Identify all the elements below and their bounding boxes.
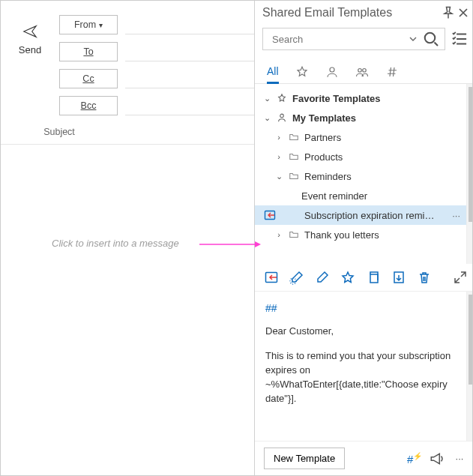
- search-input[interactable]: [271, 33, 404, 46]
- tab-hash[interactable]: [385, 61, 399, 83]
- tree-my-templates[interactable]: ⌄ My Templates: [255, 108, 466, 127]
- svg-point-3: [330, 67, 334, 72]
- chevron-down-icon[interactable]: [404, 30, 422, 48]
- to-button[interactable]: To: [59, 42, 118, 61]
- callout-arrow: [199, 244, 261, 245]
- tab-all[interactable]: All: [267, 61, 279, 84]
- close-icon[interactable]: [456, 5, 471, 20]
- more-icon[interactable]: ···: [451, 451, 468, 467]
- pin-icon[interactable]: [441, 5, 456, 20]
- tree-event-reminder[interactable]: Event reminder: [255, 186, 466, 205]
- tree-favorite-templates[interactable]: ⌄ Favorite Templates: [255, 88, 466, 108]
- send-button[interactable]: Send: [19, 23, 41, 55]
- from-button[interactable]: From ▾: [59, 15, 118, 34]
- svg-point-9: [290, 278, 296, 284]
- edit-icon[interactable]: [315, 270, 330, 285]
- compose-pane: Send From ▾ To: [1, 1, 254, 475]
- person-icon: [276, 112, 288, 123]
- panel-title: Shared Email Templates: [262, 6, 441, 19]
- send-label: Send: [19, 44, 41, 55]
- chevron-down-icon: ▾: [99, 21, 103, 29]
- tree-products[interactable]: › Products: [255, 147, 466, 166]
- chevron-down-icon: ⌄: [274, 172, 283, 181]
- to-field[interactable]: [125, 42, 254, 61]
- chevron-down-icon: ⌄: [262, 113, 271, 123]
- template-toolbar: [255, 264, 473, 292]
- tree-partners[interactable]: › Partners: [255, 127, 466, 147]
- copy-icon[interactable]: [366, 270, 381, 285]
- preview-scrollbar[interactable]: [466, 292, 473, 441]
- cc-field[interactable]: [125, 69, 254, 88]
- template-tree: ⌄ Favorite Templates ⌄ My Templates ›: [255, 84, 466, 264]
- tab-team[interactable]: [355, 61, 369, 83]
- scroll-thumb[interactable]: [469, 87, 473, 222]
- svg-rect-10: [370, 274, 378, 283]
- svg-point-5: [362, 69, 366, 73]
- tree-scrollbar[interactable]: [466, 84, 473, 264]
- search-icon[interactable]: [422, 30, 440, 48]
- delete-icon[interactable]: [417, 270, 432, 285]
- svg-point-4: [358, 69, 361, 73]
- preview-greeting: Dear Customer,: [265, 325, 456, 339]
- svg-marker-1: [255, 241, 261, 247]
- insert-callout: Click to insert into a message: [52, 238, 179, 249]
- template-preview: ## Dear Customer, This is to remind you …: [255, 292, 466, 441]
- folder-icon: [288, 132, 300, 142]
- hash-macro-icon[interactable]: #⚡: [406, 451, 423, 467]
- scroll-thumb[interactable]: [469, 295, 473, 385]
- settings-list-icon[interactable]: [450, 28, 469, 50]
- item-more-icon[interactable]: ···: [446, 210, 466, 221]
- folder-icon: [288, 151, 300, 162]
- chevron-down-icon: ⌄: [262, 94, 271, 103]
- star-icon: [276, 93, 288, 103]
- insert-icon[interactable]: [264, 270, 279, 285]
- cc-button[interactable]: Cc: [59, 69, 118, 88]
- message-body[interactable]: Click to insert into a message: [1, 145, 254, 475]
- from-field[interactable]: [125, 15, 254, 34]
- expand-icon[interactable]: [453, 270, 468, 285]
- tab-personal[interactable]: [325, 61, 339, 83]
- tab-favorites[interactable]: [295, 61, 309, 83]
- svg-point-2: [425, 33, 436, 43]
- new-template-button[interactable]: New Template: [264, 448, 345, 469]
- tree-reminders[interactable]: ⌄ Reminders: [255, 166, 466, 186]
- folder-icon: [288, 171, 300, 181]
- preview-body: This is to remind you that your subscrip…: [265, 349, 456, 406]
- chevron-right-icon: ›: [274, 133, 283, 142]
- svg-point-6: [280, 114, 284, 118]
- search-box: [262, 28, 445, 50]
- templates-panel: Shared Email Templates: [254, 1, 473, 475]
- chevron-right-icon: ›: [274, 152, 283, 161]
- tree-thank-you[interactable]: › Thank you letters: [255, 225, 466, 244]
- announce-icon[interactable]: [429, 451, 445, 467]
- export-icon[interactable]: [391, 270, 406, 285]
- edit-html-icon[interactable]: [289, 270, 304, 285]
- bcc-field[interactable]: [125, 96, 254, 115]
- insert-template-icon[interactable]: [262, 208, 277, 222]
- favorite-icon[interactable]: [340, 270, 355, 285]
- preview-heading: ##: [265, 301, 456, 316]
- chevron-right-icon: ›: [274, 230, 283, 239]
- subject-field[interactable]: [118, 125, 247, 138]
- subject-label: Subject: [1, 127, 118, 137]
- folder-icon: [288, 229, 300, 240]
- tree-subscription-reminder[interactable]: Subscription expiration remi… ···: [255, 205, 466, 225]
- bcc-button[interactable]: Bcc: [59, 96, 118, 115]
